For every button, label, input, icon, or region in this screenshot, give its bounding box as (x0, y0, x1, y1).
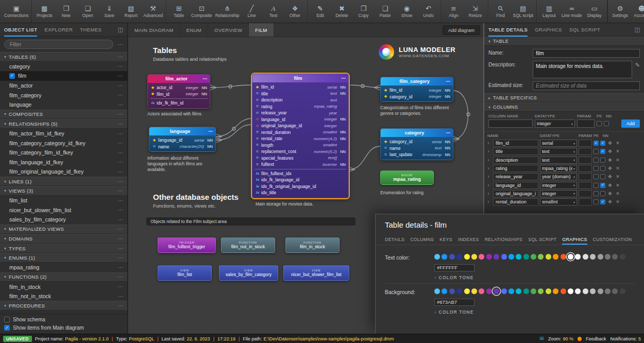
color-swatch[interactable] (561, 288, 566, 294)
diagram-table-film_actor[interactable]: film_actor⋯◆actor_idintegerNN◆film_idint… (147, 74, 210, 109)
color-swatch[interactable] (456, 254, 462, 260)
column-param-input[interactable] (579, 190, 592, 197)
tree-section-domains[interactable]: ▾DOMAINS⋯ (0, 234, 127, 244)
tree-section-enums[interactable]: ▾ENUMS (1)⋯ (0, 253, 127, 263)
column-datatype-select[interactable]: year (domain)▾ (540, 173, 577, 180)
color-swatch[interactable] (449, 288, 455, 294)
column-row[interactable]: ◆film_idintegerNN (148, 91, 210, 98)
more-options-icon[interactable]: ⋯ (117, 188, 123, 194)
new-column-param-input[interactable] (577, 119, 595, 128)
column-param-input[interactable] (579, 157, 592, 164)
nn-checkbox[interactable]: ✓ (600, 149, 605, 154)
nn-checkbox[interactable] (600, 191, 605, 196)
nn-checkbox[interactable]: ✓ (600, 199, 605, 204)
column-row[interactable]: ≡rental_ratenumeric(4,2)NN (252, 135, 348, 142)
color-swatch[interactable] (509, 254, 514, 260)
more-options-icon[interactable]: ⋯ (117, 150, 123, 156)
text-color-hex-input[interactable] (434, 264, 474, 271)
tree-item-film-category-category-id-fkey[interactable]: film_category_category_id_fkey⋯ (0, 138, 127, 148)
more-options-icon[interactable]: ⋯ (117, 159, 123, 165)
toolbar-composite-button[interactable]: ⊡Composite (190, 0, 214, 23)
toolbar-table-button[interactable]: ⊞Table (168, 0, 190, 23)
more-options-icon[interactable]: ⋯ (117, 140, 123, 146)
dialog-tab-sql-script[interactable]: SQL SCRIPT (528, 234, 556, 245)
right-panel-tab-graphics[interactable]: GRAPHICS (535, 23, 562, 37)
more-options-icon[interactable]: ⋯ (117, 246, 123, 251)
more-options-icon[interactable]: ⋯ (117, 284, 123, 289)
tree-item-film-list[interactable]: film_list⋯ (0, 196, 127, 205)
toolbar-copy-button[interactable]: ❐Copy (353, 0, 375, 23)
move-icon[interactable]: ✥ (607, 141, 613, 146)
move-icon[interactable]: ✥ (607, 191, 613, 196)
color-swatch[interactable] (598, 288, 603, 294)
column-name-input[interactable] (493, 198, 538, 205)
color-swatch[interactable] (605, 288, 611, 294)
item-checkbox[interactable]: ✓ (9, 73, 15, 79)
more-options-icon[interactable]: ⋯ (208, 129, 213, 134)
dialog-tab-details[interactable]: DETAILS (385, 234, 404, 245)
object-nicer-but-slower-film-list[interactable]: VIEWnicer_but_slower_film_list (283, 265, 349, 281)
color-swatch[interactable] (494, 288, 499, 294)
color-swatch[interactable] (479, 288, 484, 294)
index-row[interactable]: ixidx_fk_film_id (148, 100, 210, 107)
color-swatch[interactable] (620, 288, 625, 294)
toolbar-text-button[interactable]: AText (263, 0, 284, 23)
color-swatch[interactable] (471, 254, 477, 260)
column-row[interactable]: ≡rental_durationsmallintNN (252, 129, 348, 136)
column-param-input[interactable] (579, 165, 592, 172)
nn-checkbox[interactable]: ✓ (600, 141, 605, 146)
toolbar-layout-button[interactable]: ▥Layout (538, 0, 560, 23)
sidebar-tab-object-list[interactable]: OBJECT LIST (4, 23, 37, 37)
column-name-input[interactable] (493, 140, 538, 147)
tree-item-film-language-id-fkey[interactable]: film_language_id_fkey⋯ (0, 158, 127, 167)
tree-section-composites[interactable]: ▾COMPOSITES⋯ (0, 110, 127, 119)
tree-section-functions[interactable]: ▾FUNCTIONS (2)⋯ (0, 272, 127, 282)
more-options-icon[interactable]: ⋯ (446, 130, 450, 135)
color-swatch[interactable] (553, 288, 558, 294)
more-options-icon[interactable]: ⋯ (117, 73, 123, 79)
background-hex-input[interactable] (434, 299, 474, 306)
color-swatch[interactable] (612, 288, 618, 294)
column-name-input[interactable] (493, 157, 538, 164)
toolbar-report-button[interactable]: ▧Report (120, 0, 142, 23)
pk-checkbox[interactable] (594, 166, 599, 171)
tree-item-sales-by-film-category[interactable]: sales_by_film_category⋯ (0, 215, 127, 225)
toolbar-align-button[interactable]: ≡Align (443, 0, 465, 23)
tree-section-materialized-views[interactable]: ▾MATERIALIZED VIEWS⋯ (0, 225, 127, 234)
index-row[interactable]: ixidx_fk_original_language_id (252, 183, 348, 190)
column-row[interactable]: ≡special_featurestext[] (252, 155, 348, 162)
more-options-icon[interactable]: ⋯ (117, 54, 123, 60)
diagram-tab-enum[interactable]: ENUM (180, 23, 209, 37)
nn-checkbox[interactable]: ✓ (600, 183, 605, 188)
sidebar-tab-explorer[interactable]: EXPLORER (44, 23, 73, 37)
color-swatch[interactable] (575, 288, 581, 294)
column-row[interactable]: ◇language_idintegerNN (252, 116, 348, 123)
color-swatch[interactable] (612, 254, 618, 260)
toolbar-paste-button[interactable]: ❑Paste (375, 0, 396, 23)
nn-checkbox[interactable] (600, 174, 605, 179)
expand-row-icon[interactable]: › (487, 183, 492, 188)
move-icon[interactable]: ✥ (607, 183, 613, 188)
nn-checkbox[interactable] (600, 158, 605, 163)
column-datatype-select[interactable]: smallint▾ (540, 198, 577, 205)
pk-checkbox[interactable] (594, 183, 599, 188)
move-icon[interactable]: ✥ (607, 149, 613, 154)
column-row[interactable]: ≡nametextNN (381, 145, 453, 152)
more-options-icon[interactable]: ⋯ (446, 79, 450, 84)
object-film-fulltext-trigger[interactable]: TRIGGERfilm_fulltext_trigger (158, 237, 216, 253)
more-options-icon[interactable]: ⋯ (117, 92, 123, 98)
tree-section-procedures[interactable]: ▾PROCEDURES⋯ (0, 301, 127, 311)
diagram-table-film[interactable]: film⋯◆film_idserialNN≡titletextNN≡descri… (252, 74, 349, 198)
dialog-tab-indexes[interactable]: INDEXES (458, 234, 479, 245)
pk-checkbox[interactable] (594, 149, 599, 154)
tree-item-film-not-in-stock[interactable]: film_not_in_stock⋯ (0, 291, 127, 301)
toolbar-delete-button[interactable]: ✖Delete (331, 0, 353, 23)
color-swatch[interactable] (434, 254, 440, 260)
column-row[interactable]: ≡replacement_costnumeric(5,2)NN (252, 148, 348, 155)
more-options-icon[interactable]: ⋯ (117, 111, 123, 117)
option-checkbox[interactable]: ✓ (4, 325, 10, 331)
color-swatch[interactable] (568, 254, 573, 260)
more-options-icon[interactable]: ⋯ (117, 226, 123, 232)
column-name-input[interactable] (493, 190, 538, 197)
column-name-input[interactable] (493, 165, 538, 172)
